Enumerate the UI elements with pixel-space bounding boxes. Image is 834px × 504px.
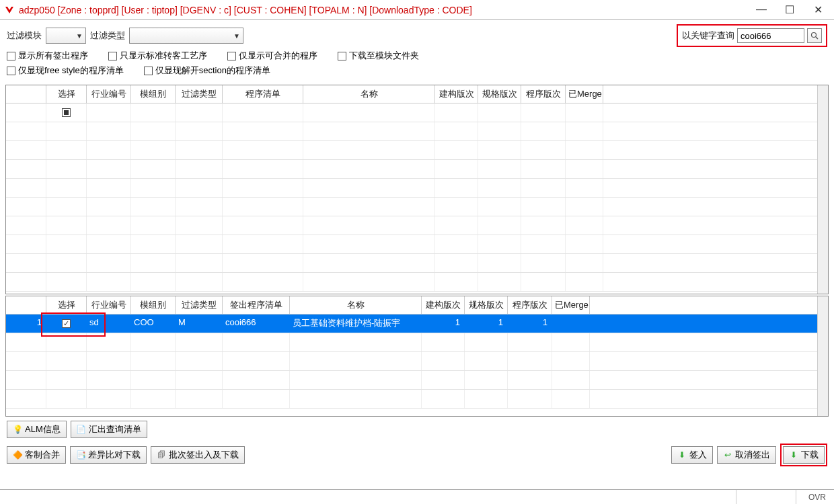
svg-line-1 — [816, 37, 818, 39]
table-row[interactable] — [6, 333, 828, 352]
caret-down-icon: ▼ — [233, 32, 240, 40]
col-spec-ver[interactable]: 规格版次 — [478, 85, 521, 103]
col-build-ver[interactable]: 建构版次 — [435, 85, 478, 103]
select-all-checkbox[interactable] — [62, 108, 71, 117]
app-logo-icon — [4, 5, 15, 15]
batch-icon: 🗐 — [157, 450, 166, 460]
search-icon — [810, 32, 819, 40]
table-row[interactable] — [6, 103, 828, 122]
diff-icon: 📑 — [76, 450, 85, 460]
bottom-table[interactable]: 选择 行业编号 模组别 过滤类型 签出程序清单 名称 建构版次 规格版次 程序版… — [5, 296, 829, 417]
status-cell — [736, 490, 796, 504]
button-row-2: 🔶客制合并 📑差异比对下载 🗐批次签出入及下载 ⬇签入 ↩取消签出 ⬇下载 — [0, 441, 834, 469]
export-query-button[interactable]: 📄汇出查询清单 — [71, 421, 147, 438]
button-row-1: 💡ALM信息 📄汇出查询清单 — [0, 418, 834, 441]
vertical-scrollbar[interactable] — [817, 296, 828, 416]
col-filter-type[interactable]: 过滤类型 — [176, 85, 223, 103]
status-mode: OVR — [808, 493, 826, 502]
table-row[interactable] — [6, 160, 828, 179]
top-table-header: 选择 行业编号 模组别 过滤类型 程序清单 名称 建构版次 规格版次 程序版次 … — [6, 85, 828, 103]
cancel-checkout-button[interactable]: ↩取消签出 — [717, 446, 776, 464]
filter-type-dropdown[interactable]: ▼ — [129, 28, 243, 44]
bulb-icon: 💡 — [13, 425, 22, 434]
filter-module-label: 过滤模块 — [7, 30, 42, 42]
table-row[interactable] — [6, 122, 828, 141]
col-program-list[interactable]: 程序清单 — [223, 85, 303, 103]
table-row[interactable] — [6, 352, 828, 371]
checkin-icon: ⬇ — [677, 450, 687, 460]
chk-only-std-proc[interactable]: 只显示标准转客工艺序 — [108, 50, 207, 62]
table-row[interactable] — [6, 273, 828, 292]
checkbox-area: 显示所有签出程序 只显示标准转客工艺序 仅显示可合并的程序 下载至模块文件夹 仅… — [0, 48, 834, 83]
col-select[interactable]: 选择 — [46, 85, 87, 103]
chk-download-to-module[interactable]: 下载至模块文件夹 — [338, 50, 419, 62]
window-title: adzp050 [Zone : topprd] [User : tiptop] … — [19, 5, 472, 15]
row-checkbox[interactable] — [62, 319, 71, 328]
chk-only-section[interactable]: 仅显现解开section的程序清单 — [144, 65, 270, 77]
maximize-button[interactable]: ☐ — [783, 3, 796, 16]
caret-down-icon: ▼ — [76, 32, 83, 40]
search-button[interactable] — [807, 28, 822, 43]
diff-download-button[interactable]: 📑差异比对下载 — [70, 446, 147, 464]
col-name[interactable]: 名称 — [303, 85, 435, 103]
top-table[interactable]: 选择 行业编号 模组别 过滤类型 程序清单 名称 建构版次 规格版次 程序版次 … — [5, 85, 829, 294]
chk-show-all-checkout[interactable]: 显示所有签出程序 — [7, 50, 88, 62]
col-module[interactable]: 模组别 — [131, 85, 176, 103]
table-row[interactable] — [6, 141, 828, 160]
bottom-table-header: 选择 行业编号 模组别 过滤类型 签出程序清单 名称 建构版次 规格版次 程序版… — [6, 296, 828, 314]
table-row[interactable] — [6, 235, 828, 254]
table-row[interactable] — [6, 198, 828, 216]
filter-bar: 过滤模块 ▼ 过滤类型 ▼ 以关键字查询 — [0, 20, 834, 48]
checkin-button[interactable]: ⬇签入 — [671, 446, 713, 464]
status-bar: OVR — [0, 489, 834, 504]
col-industry[interactable]: 行业编号 — [87, 85, 131, 103]
table-row[interactable] — [6, 371, 828, 390]
search-highlight: 以关键字查询 — [677, 24, 827, 47]
alm-info-button[interactable]: 💡ALM信息 — [7, 421, 67, 438]
col-prog-ver[interactable]: 程序版次 — [521, 85, 566, 103]
download-button[interactable]: ⬇下载 — [783, 446, 825, 464]
download-highlight: ⬇下载 — [780, 444, 827, 466]
bottom-table-body: 1 sd COO M cooi666 员工基础资料维护档-陆振宇 1 1 1 — [6, 314, 828, 409]
table-row[interactable]: 1 sd COO M cooi666 员工基础资料维护档-陆振宇 1 1 1 — [6, 314, 828, 333]
col-merged[interactable]: 已Merge — [566, 85, 603, 103]
chk-only-freestyle[interactable]: 仅显现free style的程序清单 — [7, 65, 124, 77]
top-table-body — [6, 103, 828, 292]
merge-icon: 🔶 — [13, 450, 22, 460]
table-row[interactable] — [6, 179, 828, 198]
search-label: 以关键字查询 — [682, 30, 734, 42]
filter-module-dropdown[interactable]: ▼ — [46, 28, 86, 44]
customer-merge-button[interactable]: 🔶客制合并 — [7, 446, 66, 464]
minimize-button[interactable]: — — [755, 3, 768, 16]
table-row[interactable] — [6, 390, 828, 409]
batch-checkout-button[interactable]: 🗐批次签出入及下载 — [151, 446, 245, 464]
table-row[interactable] — [6, 216, 828, 235]
svg-point-0 — [812, 33, 817, 38]
cancel-icon: ↩ — [723, 450, 732, 460]
chk-only-mergeable[interactable]: 仅显示可合并的程序 — [227, 50, 317, 62]
download-icon: ⬇ — [789, 450, 798, 460]
close-button[interactable]: ✕ — [811, 3, 825, 16]
filter-type-label: 过滤类型 — [90, 30, 125, 42]
search-input[interactable] — [737, 28, 804, 43]
table-row[interactable] — [6, 254, 828, 273]
vertical-scrollbar[interactable] — [817, 85, 828, 294]
export-icon: 📄 — [77, 425, 86, 434]
title-bar: adzp050 [Zone : topprd] [User : tiptop] … — [0, 0, 834, 20]
